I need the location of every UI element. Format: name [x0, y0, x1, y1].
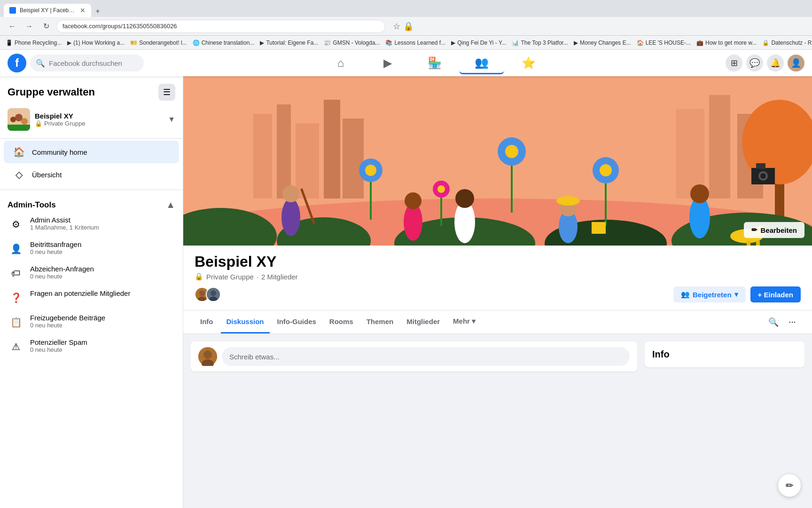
bookmark-item[interactable]: 🎫 Sonderangebot! l...: [130, 40, 187, 46]
sidebar-nav-uebersicht[interactable]: ◇ Übersicht: [4, 163, 179, 186]
svg-point-27: [600, 164, 612, 176]
admin-tools-title: Admin-Tools: [8, 200, 56, 210]
info-card-title: Info: [652, 349, 670, 359]
sidebar-nav-community-home[interactable]: 🏠 Community home: [4, 141, 179, 163]
facebook-logo[interactable]: f: [8, 54, 26, 72]
joined-button[interactable]: 👥 Beigetreten ▾: [673, 286, 746, 302]
abzeichen-count: 0 neu heute: [30, 273, 94, 280]
admin-tools-toggle-icon[interactable]: ▲: [166, 199, 175, 210]
nav-home[interactable]: ⌂: [318, 52, 363, 74]
beitrittsanfragen-count: 0 neu heute: [30, 248, 81, 255]
svg-point-59: [211, 290, 216, 296]
sidebar-nav-label: Übersicht: [32, 171, 62, 179]
spam-label: Potenzieller Spam: [30, 338, 87, 346]
svg-point-41: [556, 196, 580, 206]
bookmark-item[interactable]: 🌐 Chinese translation...: [193, 40, 255, 46]
admin-tool-freizugebende[interactable]: 📋 Freizugebende Beiträge 0 neu heute: [0, 310, 183, 334]
member-avatars: [195, 287, 217, 302]
nav-marketplace[interactable]: 🏪: [412, 52, 457, 74]
tab-close-icon[interactable]: ✕: [80, 7, 86, 14]
nav-gaming[interactable]: ⭐: [506, 52, 551, 74]
group-tabs-bar: Info Diskussion Info-Guides Rooms Themen…: [183, 310, 812, 334]
bookmark-item[interactable]: ▶ Money Changes E...: [574, 40, 631, 46]
tabs-search-button[interactable]: 🔍: [765, 314, 782, 331]
tab-themen[interactable]: Themen: [361, 311, 399, 333]
svg-rect-44: [592, 222, 606, 234]
svg-rect-12: [709, 95, 730, 198]
group-info-bar: Beispiel XY 🔒 Private Gruppe · 2 Mitglie…: [183, 246, 812, 310]
tab-mehr[interactable]: Mehr ▾: [447, 310, 481, 333]
admin-tool-admin-assist[interactable]: ⚙ Admin Assist 1 Maßnahme, 1 Kriterium: [0, 212, 183, 237]
sidebar-group-avatar: [8, 108, 30, 131]
user-avatar-button[interactable]: 👤: [788, 55, 804, 71]
cover-photo: ✏ Bearbeiten: [183, 76, 812, 246]
bookmark-item[interactable]: 💼 How to get more w...: [696, 40, 757, 46]
admin-tool-spam[interactable]: ⚠ Potenzieller Spam 0 neu heute: [0, 334, 183, 359]
fragen-icon: ❓: [8, 289, 24, 306]
tab-diskussion[interactable]: Diskussion: [221, 311, 270, 333]
browser-toolbar: ← → ↻ facebook.com/groups/11263505508360…: [0, 17, 812, 36]
bookmark-item[interactable]: 📊 The Top 3 Platfor...: [512, 40, 568, 46]
post-input-box[interactable]: Schreib etwas...: [222, 347, 630, 366]
tab-info[interactable]: Info: [195, 311, 219, 333]
notifications-icon-button[interactable]: 🔔: [767, 55, 784, 71]
svg-point-54: [760, 173, 766, 179]
search-bar[interactable]: 🔍: [30, 55, 144, 71]
active-browser-tab[interactable]: Beispiel XY | Facebook ✕: [4, 4, 91, 17]
browser-chrome: Beispiel XY | Facebook ✕ +: [0, 0, 812, 17]
bookmark-star-icon[interactable]: ☆: [393, 21, 400, 32]
admin-tool-fragen[interactable]: ❓ Fragen an potenzielle Mitglieder: [0, 286, 183, 310]
bookmark-item[interactable]: 🔒 Datenschutz - Re...: [762, 40, 812, 46]
spam-count: 0 neu heute: [30, 346, 87, 353]
post-input-card: Schreib etwas...: [191, 341, 637, 372]
svg-rect-9: [324, 100, 340, 198]
svg-rect-29: [511, 166, 513, 213]
svg-rect-30: [605, 183, 607, 226]
edit-icon: ✏: [751, 226, 757, 234]
admin-tool-beitrittsanfragen[interactable]: 👤 Beitrittsanfragen 0 neu heute: [0, 237, 183, 261]
admin-tool-abzeichen[interactable]: 🏷 Abzeichen-Anfragen 0 neu heute: [0, 261, 183, 286]
search-input[interactable]: [49, 59, 138, 67]
fragen-label: Fragen an potenzielle Mitglieder: [30, 289, 130, 297]
invite-button[interactable]: + Einladen: [750, 286, 801, 302]
grid-icon-button[interactable]: ⊞: [726, 55, 742, 71]
floating-action-button[interactable]: ✏: [778, 474, 801, 497]
community-home-icon: 🏠: [11, 144, 26, 159]
tab-mitglieder[interactable]: Mitglieder: [401, 311, 445, 333]
nav-video[interactable]: ▶: [365, 52, 410, 74]
back-button[interactable]: ←: [6, 20, 19, 33]
forward-button[interactable]: →: [23, 20, 36, 33]
address-bar[interactable]: facebook.com/groups/1126350550836026: [56, 20, 385, 33]
right-column: Info: [645, 341, 804, 372]
tab-info-guides[interactable]: Info-Guides: [272, 311, 322, 333]
reload-button[interactable]: ↻: [39, 20, 53, 33]
edit-cover-button[interactable]: ✏ Bearbeiten: [744, 222, 804, 238]
nav-groups[interactable]: 👥: [459, 52, 504, 74]
sidebar-collapse-button[interactable]: ☰: [158, 84, 175, 101]
svg-rect-6: [253, 114, 272, 198]
joined-dropdown-icon: ▾: [734, 290, 738, 299]
svg-rect-33: [440, 198, 442, 226]
nav-right: ⊞ 💬 🔔 👤: [726, 55, 804, 71]
bookmark-item[interactable]: 📱 Phone Recycling...: [6, 40, 62, 46]
sidebar: Gruppe verwalten ☰ Beispiel XY 🔒 Private…: [0, 76, 183, 508]
messenger-icon-button[interactable]: 💬: [746, 55, 763, 71]
abzeichen-icon: 🏷: [8, 265, 24, 282]
bookmark-item[interactable]: 📰 GMSN - Vologda...: [324, 40, 380, 46]
fab-edit-icon: ✏: [786, 480, 794, 491]
sidebar-dropdown-icon[interactable]: ▼: [168, 115, 175, 124]
bookmark-item[interactable]: 📚 Lessons Learned f...: [385, 40, 445, 46]
new-tab-button[interactable]: +: [92, 6, 103, 17]
sidebar-divider: [0, 138, 183, 139]
bookmark-item[interactable]: 🏠 LEE 'S HOUSE-...: [637, 40, 691, 46]
sidebar-group-info[interactable]: Beispiel XY 🔒 Private Gruppe ▼: [0, 104, 183, 136]
main-layout: Gruppe verwalten ☰ Beispiel XY 🔒 Private…: [0, 76, 812, 508]
bookmark-item[interactable]: ▶ Tutorial: Eigene Fa...: [260, 40, 318, 46]
bookmark-item[interactable]: ▶ Qing Fei De Yi - Y...: [451, 40, 506, 46]
tab-rooms[interactable]: Rooms: [324, 311, 359, 333]
bookmark-item[interactable]: ▶ (1) How Working a...: [67, 40, 125, 46]
admin-assist-icon: ⚙: [8, 216, 24, 233]
tabs-more-button[interactable]: ···: [784, 314, 801, 331]
search-icon: 🔍: [36, 59, 45, 68]
svg-rect-48: [747, 241, 750, 246]
